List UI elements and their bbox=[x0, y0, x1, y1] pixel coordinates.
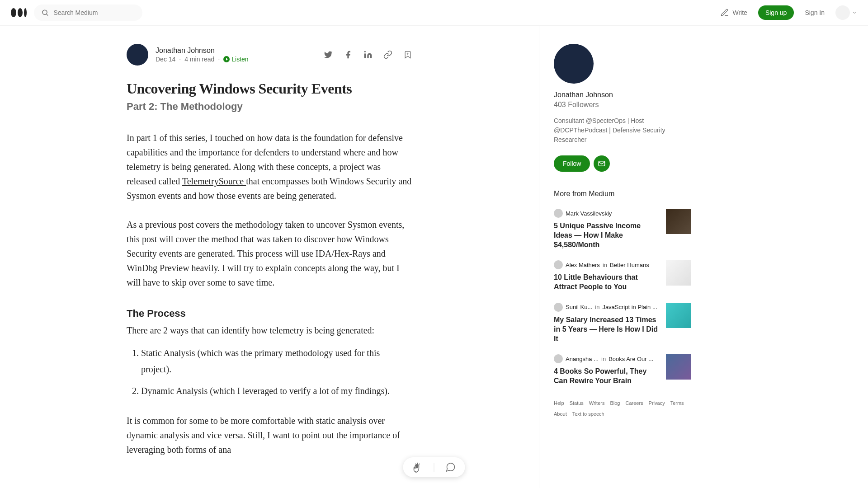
facebook-icon[interactable] bbox=[344, 50, 353, 59]
more-thumbnail bbox=[666, 303, 691, 328]
more-author-avatar bbox=[554, 354, 563, 363]
more-publication: Books Are Our ... bbox=[609, 356, 653, 362]
header-right: Write Sign up Sign In bbox=[720, 5, 858, 20]
float-divider bbox=[434, 463, 434, 472]
write-icon bbox=[720, 8, 729, 17]
footer-link-privacy[interactable]: Privacy bbox=[649, 400, 665, 406]
more-in-label: in bbox=[595, 304, 599, 310]
footer-link-writers[interactable]: Writers bbox=[589, 400, 605, 406]
footer-links: Help Status Writers Blog Careers Privacy… bbox=[554, 400, 691, 417]
container: Jonathan Johnson Dec 14 · 4 min read · L… bbox=[0, 26, 868, 488]
analysis-list: Static Analysis (which was the primary m… bbox=[141, 345, 412, 399]
more-title: My Salary Increased 13 Times in 5 Years … bbox=[554, 315, 659, 343]
floating-action-bar bbox=[403, 457, 465, 477]
linkedin-icon[interactable] bbox=[363, 50, 373, 59]
more-from-medium-heading: More from Medium bbox=[554, 190, 691, 198]
more-author-avatar bbox=[554, 209, 563, 218]
listen-label: Listen bbox=[231, 56, 248, 63]
more-author: Anangsha ... bbox=[566, 356, 599, 362]
more-publication: JavaScript in Plain ... bbox=[602, 304, 657, 310]
author-info: Jonathan Johnson Dec 14 · 4 min read · L… bbox=[127, 44, 249, 66]
paragraph-1: In part 1 of this series, I touched on h… bbox=[127, 131, 412, 203]
more-title: 5 Unique Passive Income Ideas — How I Ma… bbox=[554, 221, 659, 249]
footer-link-about[interactable]: About bbox=[554, 411, 567, 417]
section-heading: The Process bbox=[127, 308, 412, 319]
twitter-icon[interactable] bbox=[324, 50, 333, 59]
more-publication: Better Humans bbox=[610, 262, 649, 268]
search-input[interactable] bbox=[53, 9, 135, 16]
write-button[interactable]: Write bbox=[720, 8, 747, 17]
more-title: 10 Little Behaviours that Attract People… bbox=[554, 273, 659, 292]
medium-logo[interactable] bbox=[11, 8, 27, 17]
list-item: Static Analysis (which was the primary m… bbox=[141, 345, 412, 377]
more-thumbnail bbox=[666, 209, 691, 234]
read-time: 4 min read bbox=[184, 56, 214, 63]
article: Jonathan Johnson Dec 14 · 4 min read · L… bbox=[116, 44, 423, 457]
follow-button[interactable]: Follow bbox=[554, 155, 590, 172]
paragraph-3: There are 2 ways that can identify how t… bbox=[127, 323, 412, 338]
more-in-label: in bbox=[603, 262, 607, 268]
more-item[interactable]: Anangsha ... in Books Are Our ... 4 Book… bbox=[554, 354, 691, 386]
more-author-avatar bbox=[554, 303, 563, 312]
bookmark-icon[interactable] bbox=[403, 50, 412, 59]
footer-link-blog[interactable]: Blog bbox=[610, 400, 620, 406]
sidebar-author-name[interactable]: Jonathan Johnson bbox=[554, 91, 691, 99]
header: Write Sign up Sign In bbox=[0, 0, 868, 26]
write-label: Write bbox=[733, 9, 747, 16]
more-byline: Alex Mathers in Better Humans bbox=[554, 260, 659, 269]
paragraph-2: As a previous post covers the methodolog… bbox=[127, 217, 412, 290]
notify-button[interactable] bbox=[594, 155, 610, 172]
meta-separator: · bbox=[179, 56, 181, 63]
sidebar: Jonathan Johnson 403 Followers Consultan… bbox=[539, 26, 706, 488]
header-left bbox=[11, 5, 142, 21]
sidebar-author-avatar[interactable] bbox=[554, 44, 594, 84]
paragraph-4: It is common for some to be more comfort… bbox=[127, 413, 412, 457]
svg-point-0 bbox=[42, 10, 47, 14]
footer-link-terms[interactable]: Terms bbox=[670, 400, 684, 406]
sidebar-bio: Consultant @SpecterOps | Host @DCPThePod… bbox=[554, 116, 691, 145]
more-thumbnail bbox=[666, 354, 691, 380]
list-item: Dynamic Analysis (which I leveraged to v… bbox=[141, 383, 412, 399]
more-thumbnail bbox=[666, 260, 691, 286]
footer-link-help[interactable]: Help bbox=[554, 400, 564, 406]
main-content: Jonathan Johnson Dec 14 · 4 min read · L… bbox=[0, 26, 539, 488]
footer-link-tts[interactable]: Text to speech bbox=[572, 411, 604, 417]
author-avatar[interactable] bbox=[127, 44, 148, 66]
user-avatar bbox=[835, 5, 850, 20]
sidebar-actions: Follow bbox=[554, 155, 691, 172]
signup-button[interactable]: Sign up bbox=[758, 5, 794, 20]
more-author: Mark Vassilevskiy bbox=[566, 210, 612, 217]
article-subtitle: Part 2: The Methodology bbox=[127, 101, 412, 113]
svg-line-1 bbox=[47, 14, 48, 16]
more-item[interactable]: Sunil Ku... in JavaScript in Plain ... M… bbox=[554, 303, 691, 343]
author-details: Jonathan Johnson Dec 14 · 4 min read · L… bbox=[156, 47, 249, 63]
comment-icon[interactable] bbox=[445, 462, 456, 473]
more-item[interactable]: Alex Mathers in Better Humans 10 Little … bbox=[554, 260, 691, 292]
listen-button[interactable]: Listen bbox=[223, 56, 248, 63]
clap-icon[interactable] bbox=[412, 462, 423, 473]
more-byline: Anangsha ... in Books Are Our ... bbox=[554, 354, 659, 363]
link-icon[interactable] bbox=[383, 50, 392, 59]
search-box[interactable] bbox=[34, 5, 142, 21]
mail-plus-icon bbox=[598, 160, 606, 168]
avatar-dropdown[interactable] bbox=[835, 5, 857, 20]
more-author: Sunil Ku... bbox=[566, 304, 592, 310]
article-header: Jonathan Johnson Dec 14 · 4 min read · L… bbox=[127, 44, 412, 66]
more-item[interactable]: Mark Vassilevskiy 5 Unique Passive Incom… bbox=[554, 209, 691, 249]
signin-button[interactable]: Sign In bbox=[805, 9, 825, 16]
chevron-down-icon bbox=[852, 10, 857, 15]
more-author: Alex Mathers bbox=[566, 262, 600, 268]
play-icon bbox=[223, 56, 230, 62]
sidebar-followers[interactable]: 403 Followers bbox=[554, 101, 691, 109]
footer-link-careers[interactable]: Careers bbox=[625, 400, 643, 406]
article-date: Dec 14 bbox=[156, 56, 175, 63]
more-byline: Mark Vassilevskiy bbox=[554, 209, 659, 218]
article-meta: Dec 14 · 4 min read · Listen bbox=[156, 56, 249, 63]
more-title: 4 Books So Powerful, They Can Rewire You… bbox=[554, 367, 659, 386]
footer-link-status[interactable]: Status bbox=[570, 400, 584, 406]
share-icons bbox=[324, 50, 412, 59]
meta-separator: · bbox=[218, 56, 220, 63]
telemetry-source-link[interactable]: TelemetrySource bbox=[182, 176, 246, 186]
author-name[interactable]: Jonathan Johnson bbox=[156, 47, 249, 55]
more-in-label: in bbox=[601, 356, 606, 362]
